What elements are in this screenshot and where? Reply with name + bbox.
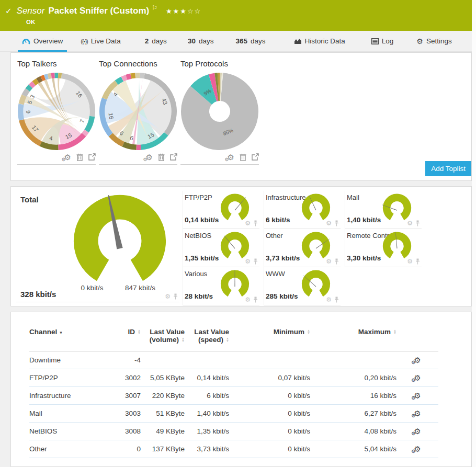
gear-small-icon[interactable]: ⚙ [245,220,251,227]
trash-icon[interactable] [158,153,165,161]
gear-small-icon[interactable]: ⚙ [326,220,332,227]
gear-small-icon[interactable]: ⚙ [326,258,332,265]
toplist-actions: ⚙⚙ [99,152,177,165]
gears-icon[interactable]: ⚙⚙ [64,153,71,161]
gauge-channel-value: 285 kbit/s [266,292,298,300]
gauge-channel-name: Infrastructure [266,193,306,201]
tab-settings[interactable]: ⚙Settings [416,31,451,51]
gauge-channel-name: WWW [266,270,285,278]
tab-30-days[interactable]: 30days [188,31,214,51]
cell-min: 0 kbit/s [229,423,310,440]
cell-channel: Downtime [29,351,110,369]
gauge-channel-name: NetBIOS [185,232,211,240]
channel-settings-gear-icon[interactable]: ⚙⚙ [414,446,421,453]
channel-settings-gear-icon[interactable]: ⚙⚙ [414,357,421,365]
pin-icon[interactable] [253,220,258,226]
sort-both-icon: ▲▼ [393,329,396,335]
table-row: Downtime-4⚙⚙ [29,351,438,369]
toplist-block-top-protocols: Top Protocols85%9%⚙⚙ [180,59,259,165]
tab-2-days[interactable]: 2days [145,31,167,51]
gauge-cell-actions: ⚙ [407,220,420,227]
gauge-cell-actions: ⚙ [245,220,258,227]
tab-historic-data[interactable]: Historic Data [294,31,345,51]
gear-small-icon[interactable]: ⚙ [165,293,171,300]
trash-icon[interactable] [76,153,83,161]
gears-icon[interactable]: ⚙⚙ [228,153,234,161]
tab-live-data[interactable]: ((•))Live Data [81,31,121,51]
gauge-max-label: 847 kbit/s [117,284,164,292]
cell-volume: 220 KByte [141,387,185,405]
channel-settings-gear-icon[interactable]: ⚙⚙ [414,428,421,436]
cell-volume: 51 KByte [141,405,185,423]
tab-label: Live Data [91,37,121,45]
total-gauge-title: Total [20,195,39,204]
column-header-last-value-volume-[interactable]: Last Value (volume)▲▼ [141,324,185,351]
gauge-cell-other: Other3,73 kbit/s⚙ [264,229,341,267]
external-link-icon[interactable] [88,153,96,161]
column-header-channel[interactable]: Channel▾ [29,324,110,351]
column-header-maximum[interactable]: Maximum▲▼ [310,324,396,351]
tab-log[interactable]: Log [371,31,394,51]
priority-stars[interactable]: ★★★☆☆ [166,7,201,15]
gauge-cell-various: Various28 kbit/s⚙ [183,267,259,305]
table-row: NetBIOS300849 KByte1,35 kbit/s0 kbit/s4,… [29,423,438,440]
pin-icon[interactable] [334,297,339,303]
channel-table-panel: Channel▾ID▲▼Last Value (volume)▲▼Last Va… [10,312,472,467]
channel-settings-gear-icon[interactable]: ⚙⚙ [414,374,421,382]
gear-small-icon[interactable]: ⚙ [245,258,251,265]
prtg-sensor-page: ✓ Sensor Packet Sniffer (Custom) ⚐ ★★★☆☆… [0,0,476,467]
tab-overview[interactable]: Overview [22,31,63,51]
pin-icon[interactable] [173,293,178,300]
tab-label: days [199,37,214,45]
gauge-cell-actions: ⚙ [407,258,420,265]
top-connections-chart[interactable]: 431566164 [99,72,177,151]
channel-gauge [301,193,331,223]
trash-icon[interactable] [240,153,246,161]
column-label: ID [128,328,135,336]
channel-settings-gear-icon[interactable]: ⚙⚙ [414,392,421,400]
cell-actions: ⚙⚙ [396,440,438,458]
channel-settings-gear-icon[interactable]: ⚙⚙ [414,410,421,418]
flag-icon[interactable]: ⚐ [152,4,157,12]
cell-id: 3003 [110,405,141,423]
pin-icon[interactable] [415,220,420,226]
toplist-title: Top Protocols [180,59,259,68]
external-link-icon[interactable] [252,153,259,161]
cell-min: 0,07 kbit/s [229,369,310,387]
gauge-cell-actions: ⚙ [326,258,339,265]
column-header-id[interactable]: ID▲▼ [110,324,141,351]
pin-icon[interactable] [334,220,339,226]
tab-number: 30 [188,37,196,45]
gauge-icon [22,38,30,44]
cell-id: 0 [110,440,141,458]
tab-365-days[interactable]: 365days [235,31,265,51]
external-link-icon[interactable] [170,153,177,161]
cell-channel: NetBIOS [29,423,110,440]
column-header-minimum[interactable]: Minimum▲▼ [229,324,310,351]
cell-volume: 137 KByte [141,440,185,458]
gears-icon[interactable]: ⚙⚙ [146,153,153,161]
top-protocols-chart[interactable]: 85%9% [180,72,259,151]
add-toplist-button[interactable]: Add Toplist [425,161,471,176]
pin-icon[interactable] [334,258,339,265]
cell-channel: Mail [29,405,110,423]
gear-small-icon[interactable]: ⚙ [326,296,332,303]
gear-small-icon[interactable]: ⚙ [407,220,413,227]
pin-icon[interactable] [253,258,258,265]
sensor-type-label: Sensor [17,6,45,16]
gauge-channel-value: 6 kbit/s [266,216,290,224]
sensor-title: Packet Sniffer (Custom) [48,6,149,16]
gear-small-icon[interactable]: ⚙ [245,296,251,303]
pin-icon[interactable] [415,258,420,265]
tab-label: Overview [33,37,63,45]
sensor-header: ✓ Sensor Packet Sniffer (Custom) ⚐ ★★★☆☆… [0,0,472,31]
top-talkers-chart[interactable]: 16715417653 [17,72,96,151]
gauge-cell-www: WWW285 kbit/s⚙ [264,267,341,305]
pin-icon[interactable] [253,297,258,303]
channel-gauge [220,270,250,299]
gear-small-icon[interactable]: ⚙ [407,258,413,265]
cell-min: 0 kbit/s [229,387,310,405]
gauge-cell-netbios: NetBIOS1,35 kbit/s⚙ [183,229,259,267]
column-header-last-value-speed-[interactable]: Last Value (speed)▲▼ [185,324,229,351]
broadcast-icon: ((•)) [81,38,88,44]
